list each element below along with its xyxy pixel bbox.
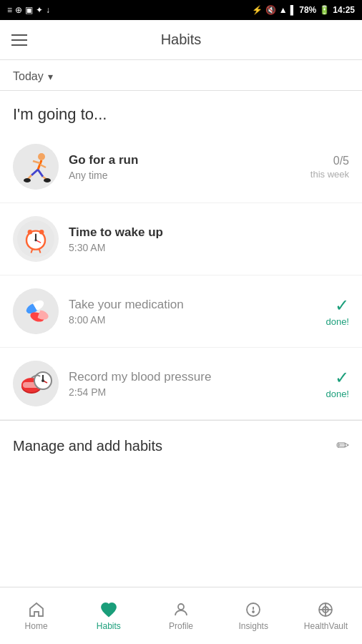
status-left-icons: ≡ ⊕ ▣ ✦ ↓ [7,5,50,15]
nav-item-home[interactable]: Home [0,587,72,644]
status-bar: ≡ ⊕ ▣ ✦ ↓ ⚡ 🔇 ▲ ▌ 78% 🔋 14:25 [0,0,362,20]
habit-name-run: Go for a run [69,153,306,167]
signal-icon: ≡ [7,5,12,15]
profile-icon [172,601,190,618]
habit-name-medication: Take your medication [69,298,306,312]
svg-point-9 [24,178,31,182]
status-right-icons: ⚡ 🔇 ▲ ▌ 78% 🔋 14:25 [252,5,355,15]
page-title: Habits [161,31,202,48]
manage-habits-bar: Manage and add habits ✏ [0,420,362,468]
nav-item-profile[interactable]: Profile [145,587,217,644]
signal-bars-icon: ▌ [290,5,297,15]
nav-label-healthvault: HealthVault [304,621,348,631]
habit-time-medication: 8:00 AM [69,314,306,326]
habit-time-run: Any time [69,170,306,181]
nav-item-healthvault[interactable]: HealthVault [290,587,362,644]
nav-label-home: Home [25,621,48,631]
date-filter[interactable]: Today ▾ [0,60,362,91]
habit-info-medication: Take your medication 8:00 AM [59,298,306,326]
main-content: Habits Today ▾ I'm going to... [0,20,362,525]
habit-item-wakeup[interactable]: Time to wake up 5:30 AM [0,203,362,275]
hamburger-line-3 [11,44,27,46]
habit-info-bloodpressure: Record my blood pressure 2:54 PM [59,370,306,398]
habit-time-bloodpressure: 2:54 PM [69,386,306,398]
svg-point-13 [28,230,33,235]
svg-point-1 [38,153,45,160]
habit-status-bloodpressure: ✓ done! [306,368,349,399]
habit-progress-week-run: this week [310,169,349,180]
habit-list: Go for a run Any time 0/5 this week [0,131,362,420]
hamburger-line-1 [11,34,27,36]
insights-icon [245,601,262,618]
done-check-bloodpressure: ✓ [335,368,349,388]
done-check-medication: ✓ [335,296,349,316]
done-label-bloodpressure: done! [326,389,349,399]
healthvault-icon [317,601,334,618]
habit-time-wakeup: 5:30 AM [69,242,306,253]
date-filter-label: Today [13,70,44,83]
habit-icon-bloodpressure [13,361,59,406]
svg-point-17 [34,239,36,241]
app-header: Habits [0,20,362,60]
svg-point-38 [253,611,254,613]
nav-item-habits[interactable]: Habits [72,587,145,644]
habit-icon-run [13,144,59,190]
habit-info-run: Go for a run Any time [59,153,306,181]
habit-status-run: 0/5 this week [306,155,349,180]
habits-icon [100,601,117,618]
habit-icon-medication [13,288,59,334]
battery-icon: 🔋 [319,5,330,15]
svg-point-10 [44,178,51,182]
mute-icon: 🔇 [265,5,276,15]
habit-status-medication: ✓ done! [306,296,349,327]
nav-label-habits: Habits [97,621,121,631]
habit-item-run[interactable]: Go for a run Any time 0/5 this week [0,131,362,203]
habit-progress-run: 0/5 [333,155,349,167]
bottom-nav: Home Habits Profile Insights Healt [0,587,362,644]
nav-item-insights[interactable]: Insights [217,587,290,644]
wifi-icon: ▲ [279,5,288,15]
habit-icon-wakeup [13,216,59,262]
done-label-medication: done! [326,316,349,327]
svg-point-0 [13,144,59,190]
nav-label-profile: Profile [169,621,193,631]
habit-info-wakeup: Time to wake up 5:30 AM [59,225,306,253]
nav-label-insights: Insights [239,621,268,631]
habit-name-wakeup: Time to wake up [69,225,306,240]
svg-point-35 [178,604,184,610]
menu-button[interactable] [11,34,27,46]
image-icon: ▣ [25,5,33,15]
bluetooth-icon: ✦ [36,5,43,15]
section-heading: I'm going to... [0,91,362,131]
shield-icon: ⊕ [15,5,22,15]
bluetooth-status-icon: ⚡ [252,5,263,15]
habit-item-medication[interactable]: Take your medication 8:00 AM ✓ done! [0,275,362,348]
chevron-down-icon: ▾ [48,71,53,82]
habit-item-bloodpressure[interactable]: Record my blood pressure 2:54 PM ✓ done! [0,348,362,420]
svg-point-14 [39,230,44,235]
edit-icon[interactable]: ✏ [336,436,349,455]
hamburger-line-2 [11,39,27,41]
battery-percent: 78% [299,5,316,15]
download-icon: ↓ [46,5,50,15]
svg-point-34 [41,379,44,382]
manage-habits-label: Manage and add habits [13,438,162,454]
habit-name-bloodpressure: Record my blood pressure [69,370,306,384]
clock-time: 14:25 [333,5,355,15]
home-icon [28,601,45,618]
